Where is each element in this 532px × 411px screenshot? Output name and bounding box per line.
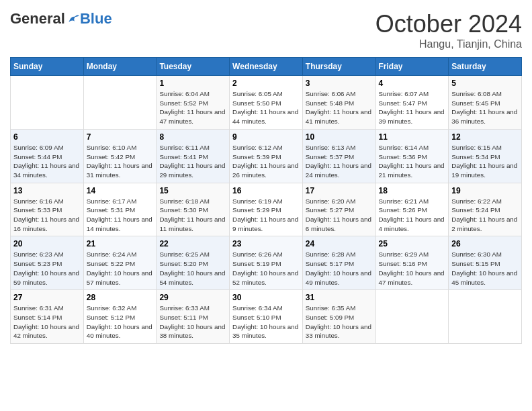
calendar-day-cell: 17Sunrise: 6:20 AM Sunset: 5:27 PM Dayli… xyxy=(302,183,375,236)
day-number: 6 xyxy=(13,132,81,142)
day-number: 15 xyxy=(159,186,226,195)
logo-blue-text: Blue xyxy=(80,10,112,28)
logo: General Blue xyxy=(10,10,112,28)
day-info: Sunrise: 6:26 AM Sunset: 5:19 PM Dayligh… xyxy=(232,250,300,287)
day-number: 22 xyxy=(159,239,226,248)
column-header-sunday: Sunday xyxy=(11,58,84,76)
month-title: October 2024 xyxy=(375,10,522,38)
day-number: 30 xyxy=(232,293,300,302)
day-number: 4 xyxy=(379,79,446,88)
calendar-day-cell: 5Sunrise: 6:08 AM Sunset: 5:45 PM Daylig… xyxy=(449,76,522,130)
day-number: 20 xyxy=(13,239,81,248)
day-info: Sunrise: 6:18 AM Sunset: 5:30 PM Dayligh… xyxy=(159,197,226,234)
day-info: Sunrise: 6:04 AM Sunset: 5:52 PM Dayligh… xyxy=(159,89,226,126)
column-header-saturday: Saturday xyxy=(449,58,522,76)
day-info: Sunrise: 6:29 AM Sunset: 5:16 PM Dayligh… xyxy=(379,250,446,287)
day-info: Sunrise: 6:19 AM Sunset: 5:29 PM Dayligh… xyxy=(232,197,300,234)
day-number: 9 xyxy=(232,132,300,142)
calendar-day-cell: 13Sunrise: 6:16 AM Sunset: 5:33 PM Dayli… xyxy=(11,183,84,236)
calendar-day-cell xyxy=(11,76,84,130)
calendar-day-cell: 29Sunrise: 6:33 AM Sunset: 5:11 PM Dayli… xyxy=(157,290,230,344)
day-info: Sunrise: 6:15 AM Sunset: 5:34 PM Dayligh… xyxy=(451,143,519,180)
location-subtitle: Hangu, Tianjin, China xyxy=(375,38,522,50)
calendar-day-cell xyxy=(449,290,522,344)
calendar-day-cell: 19Sunrise: 6:22 AM Sunset: 5:24 PM Dayli… xyxy=(449,183,522,236)
day-number: 24 xyxy=(306,239,373,248)
day-info: Sunrise: 6:07 AM Sunset: 5:47 PM Dayligh… xyxy=(379,89,446,126)
calendar-day-cell: 16Sunrise: 6:19 AM Sunset: 5:29 PM Dayli… xyxy=(230,183,303,236)
calendar-day-cell: 18Sunrise: 6:21 AM Sunset: 5:26 PM Dayli… xyxy=(375,183,449,236)
day-number: 19 xyxy=(451,186,519,195)
calendar-day-cell: 14Sunrise: 6:17 AM Sunset: 5:31 PM Dayli… xyxy=(83,183,157,236)
day-number: 5 xyxy=(451,79,519,88)
column-header-monday: Monday xyxy=(83,58,157,76)
column-header-tuesday: Tuesday xyxy=(157,58,230,76)
day-number: 28 xyxy=(87,293,154,302)
day-number: 29 xyxy=(159,293,226,302)
day-number: 12 xyxy=(451,132,519,142)
day-info: Sunrise: 6:12 AM Sunset: 5:39 PM Dayligh… xyxy=(232,143,300,180)
calendar-week-row: 1Sunrise: 6:04 AM Sunset: 5:52 PM Daylig… xyxy=(11,76,522,130)
calendar-header-row: SundayMondayTuesdayWednesdayThursdayFrid… xyxy=(11,58,522,76)
day-info: Sunrise: 6:08 AM Sunset: 5:45 PM Dayligh… xyxy=(451,89,519,126)
day-info: Sunrise: 6:13 AM Sunset: 5:37 PM Dayligh… xyxy=(306,143,373,180)
calendar-table: SundayMondayTuesdayWednesdayThursdayFrid… xyxy=(10,57,522,344)
day-info: Sunrise: 6:34 AM Sunset: 5:10 PM Dayligh… xyxy=(232,304,300,340)
day-number: 7 xyxy=(87,132,154,142)
calendar-day-cell: 28Sunrise: 6:32 AM Sunset: 5:12 PM Dayli… xyxy=(83,290,157,344)
column-header-friday: Friday xyxy=(375,58,449,76)
day-number: 2 xyxy=(232,79,300,88)
calendar-day-cell: 27Sunrise: 6:31 AM Sunset: 5:14 PM Dayli… xyxy=(11,290,84,344)
column-header-wednesday: Wednesday xyxy=(230,58,303,76)
day-number: 31 xyxy=(306,293,373,302)
day-number: 17 xyxy=(306,186,373,195)
day-info: Sunrise: 6:11 AM Sunset: 5:41 PM Dayligh… xyxy=(159,143,226,180)
calendar-day-cell: 2Sunrise: 6:05 AM Sunset: 5:50 PM Daylig… xyxy=(230,76,303,130)
calendar-day-cell: 12Sunrise: 6:15 AM Sunset: 5:34 PM Dayli… xyxy=(449,129,522,183)
day-info: Sunrise: 6:35 AM Sunset: 5:09 PM Dayligh… xyxy=(306,304,373,340)
day-info: Sunrise: 6:33 AM Sunset: 5:11 PM Dayligh… xyxy=(159,304,226,340)
calendar-week-row: 27Sunrise: 6:31 AM Sunset: 5:14 PM Dayli… xyxy=(11,290,522,344)
calendar-day-cell: 4Sunrise: 6:07 AM Sunset: 5:47 PM Daylig… xyxy=(375,76,449,130)
calendar-week-row: 6Sunrise: 6:09 AM Sunset: 5:44 PM Daylig… xyxy=(11,129,522,183)
day-number: 13 xyxy=(13,186,81,195)
day-info: Sunrise: 6:25 AM Sunset: 5:20 PM Dayligh… xyxy=(159,250,226,287)
day-info: Sunrise: 6:09 AM Sunset: 5:44 PM Dayligh… xyxy=(13,143,81,180)
day-number: 23 xyxy=(232,239,300,248)
day-number: 14 xyxy=(87,186,154,195)
day-number: 27 xyxy=(13,293,81,302)
day-number: 1 xyxy=(159,79,226,88)
calendar-day-cell: 31Sunrise: 6:35 AM Sunset: 5:09 PM Dayli… xyxy=(302,290,375,344)
calendar-day-cell: 1Sunrise: 6:04 AM Sunset: 5:52 PM Daylig… xyxy=(157,76,230,130)
day-info: Sunrise: 6:17 AM Sunset: 5:31 PM Dayligh… xyxy=(87,197,154,234)
calendar-day-cell: 7Sunrise: 6:10 AM Sunset: 5:42 PM Daylig… xyxy=(83,129,157,183)
calendar-day-cell: 22Sunrise: 6:25 AM Sunset: 5:20 PM Dayli… xyxy=(157,236,230,290)
day-number: 21 xyxy=(87,239,154,248)
calendar-day-cell: 25Sunrise: 6:29 AM Sunset: 5:16 PM Dayli… xyxy=(375,236,449,290)
calendar-day-cell: 24Sunrise: 6:28 AM Sunset: 5:17 PM Dayli… xyxy=(302,236,375,290)
title-section: October 2024 Hangu, Tianjin, China xyxy=(375,10,522,50)
calendar-week-row: 20Sunrise: 6:23 AM Sunset: 5:23 PM Dayli… xyxy=(11,236,522,290)
day-info: Sunrise: 6:28 AM Sunset: 5:17 PM Dayligh… xyxy=(306,250,373,287)
calendar-day-cell: 6Sunrise: 6:09 AM Sunset: 5:44 PM Daylig… xyxy=(11,129,84,183)
calendar-day-cell: 30Sunrise: 6:34 AM Sunset: 5:10 PM Dayli… xyxy=(230,290,303,344)
calendar-day-cell: 23Sunrise: 6:26 AM Sunset: 5:19 PM Dayli… xyxy=(230,236,303,290)
day-info: Sunrise: 6:20 AM Sunset: 5:27 PM Dayligh… xyxy=(306,197,373,234)
calendar-day-cell xyxy=(375,290,449,344)
day-number: 25 xyxy=(379,239,446,248)
calendar-day-cell: 9Sunrise: 6:12 AM Sunset: 5:39 PM Daylig… xyxy=(230,129,303,183)
day-number: 16 xyxy=(232,186,300,195)
day-number: 10 xyxy=(306,132,373,142)
day-info: Sunrise: 6:22 AM Sunset: 5:24 PM Dayligh… xyxy=(451,197,519,234)
day-info: Sunrise: 6:06 AM Sunset: 5:48 PM Dayligh… xyxy=(306,89,373,126)
day-info: Sunrise: 6:30 AM Sunset: 5:15 PM Dayligh… xyxy=(451,250,519,287)
day-number: 3 xyxy=(306,79,373,88)
calendar-week-row: 13Sunrise: 6:16 AM Sunset: 5:33 PM Dayli… xyxy=(11,183,522,236)
calendar-day-cell: 26Sunrise: 6:30 AM Sunset: 5:15 PM Dayli… xyxy=(449,236,522,290)
day-number: 11 xyxy=(379,132,446,142)
logo-bird-icon xyxy=(66,12,80,26)
calendar-day-cell: 10Sunrise: 6:13 AM Sunset: 5:37 PM Dayli… xyxy=(302,129,375,183)
day-info: Sunrise: 6:24 AM Sunset: 5:22 PM Dayligh… xyxy=(87,250,154,287)
calendar-day-cell: 21Sunrise: 6:24 AM Sunset: 5:22 PM Dayli… xyxy=(83,236,157,290)
calendar-day-cell: 11Sunrise: 6:14 AM Sunset: 5:36 PM Dayli… xyxy=(375,129,449,183)
